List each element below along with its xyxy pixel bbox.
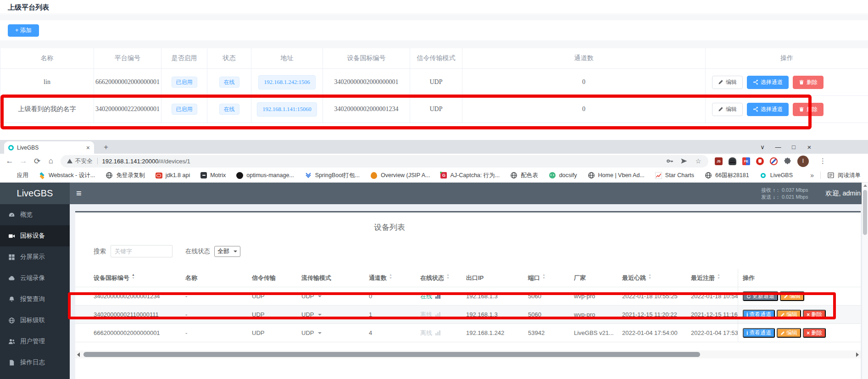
traffic-chart-icon[interactable] bbox=[435, 330, 440, 335]
blocker-extension-icon[interactable] bbox=[770, 157, 778, 165]
bookmark-star-icon[interactable]: ☆ bbox=[695, 157, 702, 165]
header-online-status[interactable]: 在线状态▲▼ bbox=[420, 274, 466, 282]
update-channels-button[interactable]: 更新通道 bbox=[743, 291, 778, 301]
adblock-hand-icon[interactable] bbox=[756, 157, 764, 165]
sidebar-item-gb-cascade[interactable]: 国标级联 bbox=[0, 310, 70, 331]
document-icon bbox=[8, 359, 15, 366]
sidebar-item-operation-log[interactable]: 操作日志 bbox=[0, 352, 70, 373]
bookmark-springboot[interactable]: SpringBoot打包... bbox=[305, 172, 360, 179]
sidebar-item-basic-config[interactable]: 基础配置 bbox=[0, 373, 70, 379]
sidebar-item-gb-devices[interactable]: 国标设备 bbox=[0, 225, 70, 246]
scroll-up-arrow[interactable] bbox=[863, 184, 867, 187]
traffic-chart-icon[interactable] bbox=[435, 294, 440, 299]
scroll-left-arrow[interactable] bbox=[77, 352, 80, 357]
delete-button[interactable]: 删除 bbox=[793, 103, 823, 116]
new-tab-button[interactable]: + bbox=[100, 142, 111, 153]
edit-button[interactable]: 编辑 bbox=[712, 76, 743, 89]
url-host: 192.168.1.141:20000 bbox=[102, 158, 159, 165]
extensions-puzzle-icon[interactable] bbox=[784, 157, 791, 165]
header-port[interactable]: 端口▲▼ bbox=[528, 274, 574, 282]
back-button[interactable]: ← bbox=[3, 156, 17, 166]
sidebar-item-alarm-query[interactable]: 报警查询 bbox=[0, 289, 70, 310]
sidebar-item-split-screen[interactable]: 分屏展示 bbox=[0, 246, 70, 268]
edit-device-button[interactable]: 编辑 bbox=[777, 310, 801, 319]
header-gb-id[interactable]: 设备国标编号▲▼ bbox=[94, 274, 185, 282]
traffic-chart-icon[interactable] bbox=[435, 312, 440, 317]
edit-device-button[interactable]: 编辑 bbox=[780, 291, 804, 301]
bookmark-vben[interactable]: Home | Vben Ad... bbox=[588, 172, 645, 179]
bookmark-optimus[interactable]: optimus-manage... bbox=[236, 172, 294, 179]
reading-list-button[interactable]: 阅读清单 bbox=[827, 172, 861, 179]
browser-avatar[interactable]: I bbox=[797, 156, 809, 167]
minimize-button[interactable]: — bbox=[773, 144, 783, 150]
browser-menu-icon[interactable]: ⋮ bbox=[819, 157, 826, 165]
delete-button[interactable]: 删除 bbox=[793, 76, 823, 89]
bookmark-overview-jsip[interactable]: Overview (JSIP A... bbox=[370, 172, 430, 179]
chevron-down-icon[interactable]: ∨ bbox=[758, 144, 767, 150]
horizontal-scrollbar-thumb[interactable] bbox=[83, 352, 700, 357]
security-label[interactable]: 不安全 bbox=[75, 157, 93, 165]
incognito-extension-icon[interactable] bbox=[729, 157, 736, 165]
bookmark-livegbs[interactable]: LiveGBS bbox=[760, 172, 793, 179]
header-channels[interactable]: 通道数▲▼ bbox=[369, 274, 420, 282]
add-platform-button[interactable]: + 添加 bbox=[8, 24, 39, 37]
maximize-button[interactable]: □ bbox=[789, 144, 798, 150]
horizontal-scrollbar[interactable] bbox=[75, 351, 861, 358]
bookmark-motrix[interactable]: Motrix bbox=[200, 172, 226, 178]
bookmark-copy-free[interactable]: 免登录复制 bbox=[106, 172, 145, 179]
app-content: 设备列表 搜索 在线状态 全部 设备国标编号▲▼ 名称 信令传输 流传输模式 通… bbox=[70, 204, 868, 379]
device-gb-id: 34020000002000000001 bbox=[323, 69, 410, 95]
stream-mode-select[interactable]: UDP bbox=[301, 311, 369, 318]
bookmark-aj-captcha[interactable]: GAJ-Captcha: 行为... bbox=[440, 172, 500, 179]
bookmark-apps[interactable]: 应用 bbox=[6, 172, 28, 179]
online-status-label: 在线状态 bbox=[185, 247, 210, 256]
table-row-highlighted: 上级看到的我的名字 34020000002220000001 已启用 在线 19… bbox=[0, 96, 868, 123]
scroll-right-arrow[interactable] bbox=[856, 352, 859, 357]
bookmark-gb28181[interactable]: 66国标28181 bbox=[705, 172, 749, 179]
bookmark-jdk-api[interactable]: jdk1.8 api bbox=[156, 172, 190, 178]
fe-extension-icon[interactable]: FE bbox=[742, 157, 750, 165]
browser-tab-livegbs[interactable]: LiveGBS × bbox=[4, 141, 94, 154]
globe-icon bbox=[510, 172, 517, 179]
online-status-select[interactable]: 全部 bbox=[214, 246, 240, 257]
edit-device-button[interactable]: 编辑 bbox=[777, 328, 801, 338]
bookmark-star-charts[interactable]: Star Charts bbox=[655, 172, 694, 179]
bookmark-webstack[interactable]: Webstack - 设计... bbox=[39, 172, 95, 179]
pencil-icon bbox=[718, 79, 723, 85]
send-to-device-icon[interactable] bbox=[680, 157, 688, 165]
stream-mode-select[interactable]: UDP bbox=[301, 329, 369, 336]
hamburger-menu-icon[interactable]: ≡ bbox=[76, 188, 82, 199]
last-heartbeat: 2022-01-04 17:54:00 bbox=[622, 329, 691, 336]
home-button[interactable]: ⌂ bbox=[44, 156, 58, 166]
password-key-icon[interactable] bbox=[666, 157, 673, 165]
vertical-scrollbar[interactable] bbox=[862, 183, 868, 379]
forward-button[interactable]: → bbox=[17, 156, 30, 166]
vertical-scrollbar-thumb[interactable] bbox=[863, 190, 867, 235]
sidebar-item-user-management[interactable]: 用户管理 bbox=[0, 331, 70, 352]
view-channels-button[interactable]: i查看通道 bbox=[743, 310, 775, 319]
bookmark-color-table[interactable]: 配色表 bbox=[510, 172, 538, 179]
header-heartbeat[interactable]: 最近心跳▲▼ bbox=[622, 274, 691, 282]
address-bar[interactable]: 不安全 192.168.1.141:20000 /#/devices/1 ☆ bbox=[61, 155, 708, 167]
video-camera-icon bbox=[8, 233, 15, 240]
search-input[interactable] bbox=[111, 245, 172, 257]
delete-device-button[interactable]: ×删除 bbox=[803, 310, 826, 319]
bookmark-docsify[interactable]: docsify bbox=[549, 172, 577, 179]
close-window-button[interactable]: × bbox=[805, 143, 814, 151]
delete-device-button[interactable]: ×删除 bbox=[803, 328, 826, 338]
stream-mode-select[interactable]: UDP bbox=[301, 293, 369, 300]
select-channel-button[interactable]: 选择通道 bbox=[747, 76, 789, 89]
transport-mode: UDP bbox=[410, 69, 462, 95]
js-extension-icon[interactable]: JS bbox=[715, 157, 723, 165]
filters-row: 搜索 在线状态 全部 bbox=[94, 245, 861, 257]
window-controls: ∨ — □ × bbox=[758, 140, 814, 154]
select-channel-button[interactable]: 选择通道 bbox=[747, 103, 789, 116]
sidebar-item-overview[interactable]: 概览 bbox=[0, 204, 70, 225]
tab-close-icon[interactable]: × bbox=[86, 145, 90, 151]
bookmarks-overflow-button[interactable]: » bbox=[810, 172, 814, 179]
edit-button[interactable]: 编辑 bbox=[712, 103, 743, 116]
platform-page-titlebar: 上级平台列表 bbox=[0, 0, 868, 14]
reload-button[interactable]: ⟳ bbox=[30, 156, 44, 166]
sidebar-item-cloud-recording[interactable]: 云端录像 bbox=[0, 268, 70, 289]
view-channels-button[interactable]: i查看通道 bbox=[743, 328, 775, 338]
